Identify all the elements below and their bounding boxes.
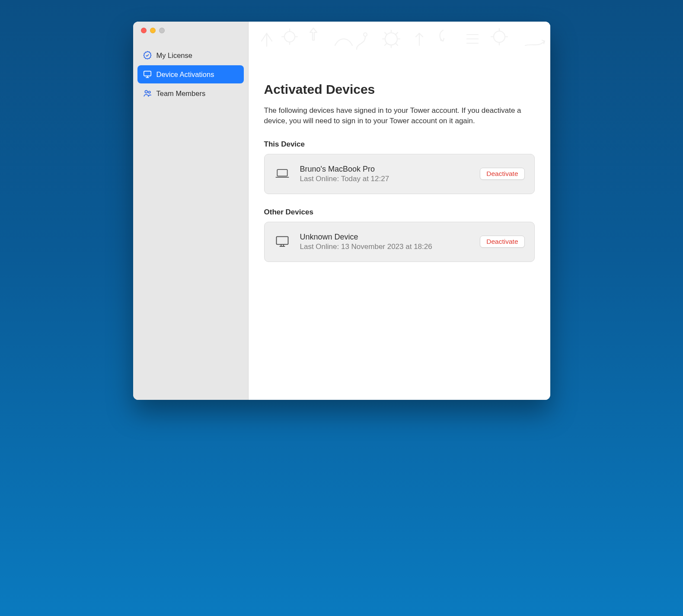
- monitor-icon: [143, 70, 152, 79]
- main-panel: Activated Devices The following devices …: [249, 22, 550, 289]
- other-devices-heading: Other Devices: [264, 208, 535, 217]
- users-icon: [143, 89, 152, 98]
- sidebar-item-label: Device Activations: [156, 70, 214, 79]
- badge-check-icon: [143, 51, 152, 60]
- device-info: Unknown Device Last Online: 13 November …: [300, 233, 471, 251]
- sidebar-item-team-members[interactable]: Team Members: [137, 84, 244, 102]
- device-last-online: Last Online: Today at 12:27: [300, 175, 471, 183]
- deactivate-button[interactable]: Deactivate: [480, 236, 524, 248]
- page-title: Activated Devices: [264, 82, 535, 97]
- device-name: Bruno's MacBook Pro: [300, 165, 471, 174]
- device-name: Unknown Device: [300, 233, 471, 242]
- svg-rect-8: [276, 236, 288, 244]
- sidebar-item-label: My License: [156, 51, 192, 60]
- content-area: Activated Devices The following devices …: [249, 22, 550, 400]
- this-device-heading: This Device: [264, 140, 535, 149]
- page-intro: The following devices have signed in to …: [264, 105, 528, 126]
- app-window: My License Device Activations Team M: [133, 22, 550, 400]
- close-window-button[interactable]: [141, 28, 147, 33]
- sidebar: My License Device Activations Team M: [133, 22, 249, 400]
- device-last-online: Last Online: 13 November 2023 at 18:26: [300, 243, 471, 251]
- device-info: Bruno's MacBook Pro Last Online: Today a…: [300, 165, 471, 183]
- window-controls: [137, 22, 244, 46]
- maximize-window-button[interactable]: [159, 28, 165, 33]
- svg-point-1: [145, 90, 147, 93]
- sidebar-item-label: Team Members: [156, 89, 206, 98]
- desktop-icon: [274, 235, 290, 248]
- sidebar-item-device-activations[interactable]: Device Activations: [137, 65, 244, 83]
- laptop-icon: [274, 167, 290, 180]
- deactivate-button[interactable]: Deactivate: [480, 168, 524, 180]
- svg-rect-7: [277, 169, 287, 176]
- other-device-card: Unknown Device Last Online: 13 November …: [264, 222, 535, 262]
- this-device-card: Bruno's MacBook Pro Last Online: Today a…: [264, 154, 535, 194]
- sidebar-item-my-license[interactable]: My License: [137, 46, 244, 64]
- svg-rect-0: [144, 71, 151, 76]
- minimize-window-button[interactable]: [150, 28, 156, 33]
- svg-point-2: [148, 91, 150, 93]
